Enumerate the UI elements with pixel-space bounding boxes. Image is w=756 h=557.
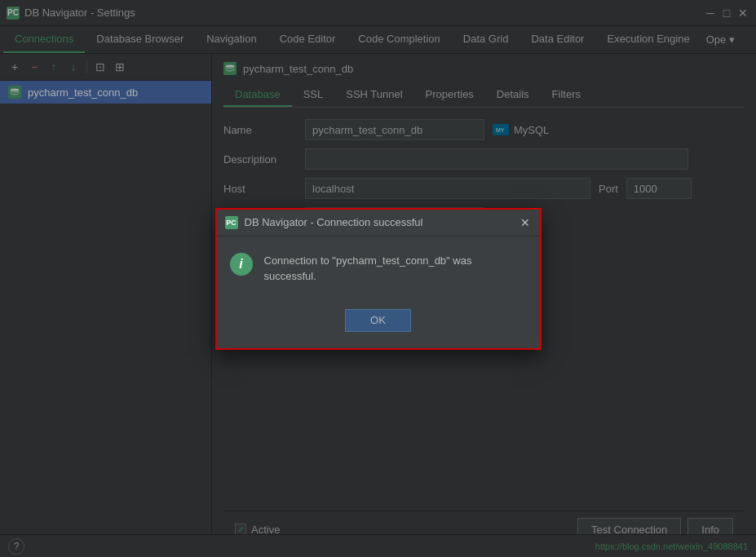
- success-dialog: PC DB Navigator - Connection successful …: [215, 208, 542, 350]
- dialog-app-icon: PC: [225, 216, 238, 229]
- info-icon: i: [230, 253, 253, 276]
- dialog-body: i Connection to "pycharm_test_conn_db" w…: [217, 237, 540, 301]
- dialog-title-bar: PC DB Navigator - Connection successful …: [217, 210, 540, 237]
- dialog-buttons: OK: [217, 301, 540, 348]
- dialog-message: Connection to "pycharm_test_conn_db" was…: [264, 253, 527, 285]
- dialog-title: DB Navigator - Connection successful: [245, 216, 512, 228]
- dialog-ok-button[interactable]: OK: [345, 309, 411, 332]
- dialog-close-button[interactable]: ✕: [519, 216, 532, 229]
- dialog-overlay: PC DB Navigator - Connection successful …: [0, 0, 756, 557]
